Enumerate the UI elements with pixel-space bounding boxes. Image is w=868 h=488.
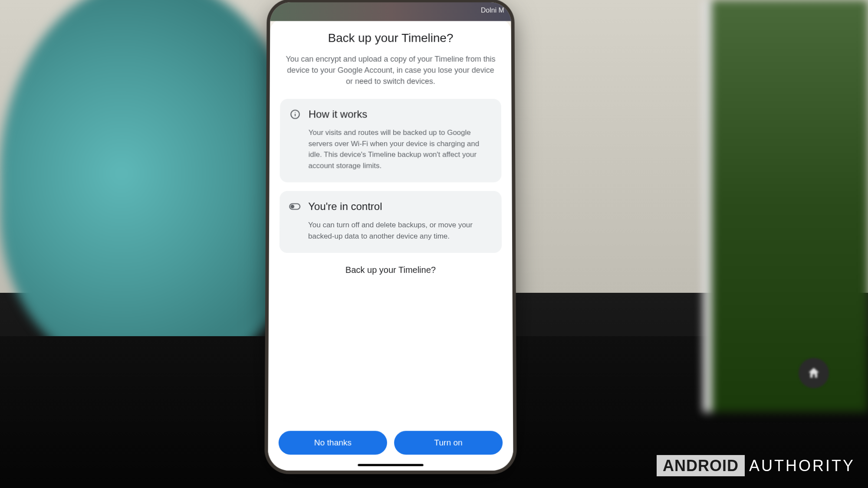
gesture-home-indicator[interactable] [358,464,423,466]
watermark: ANDROIDAUTHORITY [657,457,855,475]
turn-on-button[interactable]: Turn on [394,431,503,455]
phone-frame: Dolni M Back up your Timeline? You can e… [268,2,513,470]
card-body: Your visits and routes will be backed up… [289,127,492,171]
how-it-works-card: How it works Your visits and routes will… [280,99,502,182]
dialog-subtitle: You can encrypt and upload a copy of you… [280,53,501,87]
background-photo-frame [703,0,868,412]
youre-in-control-card: You're in control You can turn off and d… [279,191,502,253]
svg-point-2 [295,112,296,113]
card-title: How it works [309,108,367,121]
card-header: How it works [289,108,492,121]
toggle-icon [289,201,300,212]
background-pot [0,0,304,369]
map-location-label: Dolni M [481,7,504,14]
button-row: No thanks Turn on [279,431,503,462]
dialog-title: Back up your Timeline? [280,31,501,45]
no-thanks-button[interactable]: No thanks [279,431,387,455]
confirm-question: Back up your Timeline? [279,265,502,275]
svg-point-4 [290,205,294,209]
map-status-area: Dolni M [270,2,511,21]
watermark-brand: ANDROID [657,455,745,476]
card-header: You're in control [289,200,492,213]
backup-dialog: Back up your Timeline? You can encrypt a… [268,20,513,471]
smart-display-home-button [799,358,829,388]
info-icon [289,109,301,120]
card-body: You can turn off and delete backups, or … [289,219,492,242]
card-title: You're in control [308,200,382,213]
watermark-suffix: AUTHORITY [749,457,855,475]
